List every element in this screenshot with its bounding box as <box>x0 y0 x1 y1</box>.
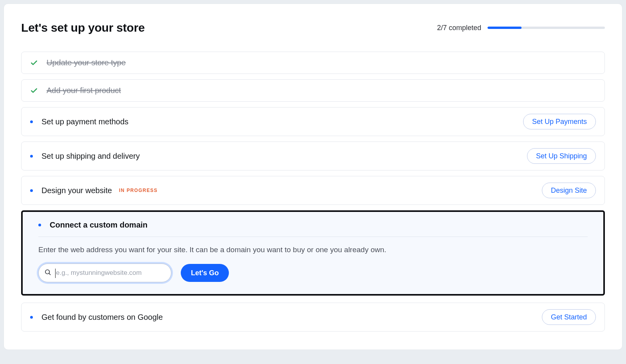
task-label-wrap: Design your website IN PROGRESS <box>41 186 158 195</box>
progress-fill <box>487 27 522 29</box>
setup-shipping-button[interactable]: Set Up Shipping <box>527 148 596 164</box>
task-row-payments[interactable]: Set up payment methods Set Up Payments <box>21 107 605 136</box>
header-row: Let's set up your store 2/7 completed <box>21 21 605 34</box>
text-caret-icon <box>55 269 56 278</box>
bullet-dot-icon <box>38 224 41 226</box>
task-label: Update your store type <box>47 58 126 67</box>
design-site-button[interactable]: Design Site <box>542 183 596 198</box>
get-started-button[interactable]: Get Started <box>542 309 596 325</box>
domain-input-wrap[interactable] <box>38 264 171 282</box>
bullet-dot-icon <box>30 189 33 192</box>
expanded-body: Enter the web address you want for your … <box>38 246 588 282</box>
task-left: Set up shipping and delivery <box>30 152 519 161</box>
lets-go-button[interactable]: Let's Go <box>181 264 229 282</box>
task-row-update-store-type[interactable]: Update your store type <box>21 52 605 74</box>
setup-panel: Let's set up your store 2/7 completed Up… <box>4 4 622 350</box>
task-row-shipping[interactable]: Set up shipping and delivery Set Up Ship… <box>21 142 605 170</box>
domain-help-text: Enter the web address you want for your … <box>38 246 588 254</box>
check-icon <box>30 59 38 67</box>
task-row-google[interactable]: Get found by customers on Google Get Sta… <box>21 303 605 332</box>
progress-track <box>487 27 605 29</box>
check-icon <box>30 87 38 95</box>
domain-search-input[interactable] <box>56 264 165 282</box>
task-left: Get found by customers on Google <box>30 313 534 322</box>
bullet-dot-icon <box>30 316 33 319</box>
task-row-custom-domain: Connect a custom domain Enter the web ad… <box>21 210 605 296</box>
task-left: Update your store type <box>30 58 596 67</box>
page-title: Let's set up your store <box>21 21 145 34</box>
expanded-header: Connect a custom domain <box>38 221 588 237</box>
domain-row: Let's Go <box>38 264 588 282</box>
in-progress-badge: IN PROGRESS <box>119 188 158 193</box>
task-label: Get found by customers on Google <box>41 313 163 322</box>
progress-text: 2/7 completed <box>437 24 481 32</box>
bullet-dot-icon <box>30 120 33 123</box>
task-label: Connect a custom domain <box>50 221 148 230</box>
task-row-add-first-product[interactable]: Add your first product <box>21 79 605 102</box>
task-left: Set up payment methods <box>30 117 515 126</box>
task-label: Set up shipping and delivery <box>41 152 140 161</box>
bullet-dot-icon <box>30 155 33 158</box>
task-row-design[interactable]: Design your website IN PROGRESS Design S… <box>21 176 605 205</box>
setup-payments-button[interactable]: Set Up Payments <box>523 114 596 129</box>
task-label: Add your first product <box>47 86 121 95</box>
search-icon <box>44 269 51 277</box>
task-label: Design your website <box>41 186 112 195</box>
task-left: Add your first product <box>30 86 596 95</box>
task-label: Set up payment methods <box>41 117 128 126</box>
progress-wrap: 2/7 completed <box>437 24 605 32</box>
task-left: Design your website IN PROGRESS <box>30 186 534 195</box>
svg-line-1 <box>49 273 50 275</box>
